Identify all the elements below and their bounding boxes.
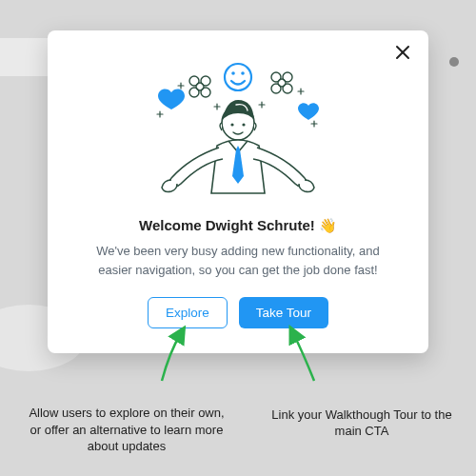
modal-description: We've been very busy adding new function… xyxy=(72,242,404,280)
svg-point-26 xyxy=(241,71,245,75)
svg-point-22 xyxy=(271,84,281,93)
annotation-layer: Allow users to explore on their own, or … xyxy=(0,362,476,476)
take-tour-button[interactable]: Take Tour xyxy=(239,297,328,328)
modal-button-row: Explore Take Tour xyxy=(72,297,404,328)
svg-point-29 xyxy=(242,123,245,126)
arrow-right-icon xyxy=(286,328,333,389)
backdrop-decoration-dot xyxy=(449,57,459,67)
annotation-explore: Allow users to explore on their own, or … xyxy=(27,405,227,455)
svg-point-15 xyxy=(189,76,199,86)
modal-title: Welcome Dwight Schrute! 👋 xyxy=(72,217,404,234)
svg-point-25 xyxy=(231,71,235,75)
svg-point-17 xyxy=(189,88,199,97)
welcome-modal: Welcome Dwight Schrute! 👋 We've been ver… xyxy=(48,30,428,353)
annotation-tour: Link your Walkthough Tour to the main CT… xyxy=(267,407,457,440)
svg-point-21 xyxy=(283,72,292,82)
welcome-illustration xyxy=(72,51,404,204)
svg-point-23 xyxy=(283,84,292,93)
svg-point-18 xyxy=(201,88,210,97)
svg-point-24 xyxy=(225,64,251,90)
arrow-left-icon xyxy=(143,328,190,389)
svg-point-20 xyxy=(271,72,281,82)
close-icon xyxy=(395,45,410,64)
close-button[interactable] xyxy=(392,44,413,65)
explore-button[interactable]: Explore xyxy=(148,297,228,328)
svg-point-16 xyxy=(201,76,210,86)
svg-point-28 xyxy=(230,123,233,126)
